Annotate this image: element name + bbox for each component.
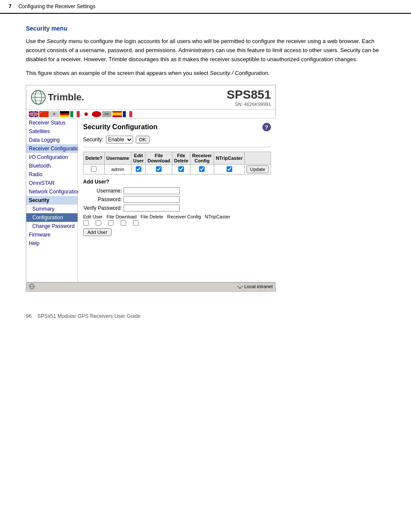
sidebar-item-security[interactable]: Security: [26, 196, 78, 205]
sidebar-item-io-configuration[interactable]: I/O Configuration: [26, 153, 78, 162]
main-panel: Security Configuration ? Security: Enabl…: [78, 118, 276, 282]
browser-statusbar: Local intranet: [26, 282, 275, 291]
app-layout: Receiver Status Satellites Data Logging …: [26, 118, 275, 282]
flag-germany-icon[interactable]: [60, 111, 69, 117]
receiver-config-checkbox[interactable]: [199, 166, 205, 172]
cell-receiver-config: [190, 165, 214, 174]
username-row: Username:: [83, 187, 271, 194]
main-content: Security menu Use the Security menu to c…: [0, 16, 411, 300]
sidebar-item-data-logging[interactable]: Data Logging: [26, 136, 78, 144]
product-model: SPS851: [227, 88, 271, 102]
sidebar-item-firmware[interactable]: Firmware: [26, 230, 78, 239]
sidebar-item-receiver-configuration[interactable]: Receiver Configuration: [26, 144, 78, 153]
security-label: Security:: [83, 137, 103, 143]
statusbar-right: Local intranet: [237, 284, 273, 290]
verify-password-input[interactable]: [124, 205, 180, 212]
sidebar-item-change-password[interactable]: Change Password: [26, 222, 78, 230]
product-sn: SN: 4626K99991: [227, 102, 271, 107]
flag-france-icon[interactable]: [123, 111, 132, 117]
add-user-button[interactable]: Add User: [83, 228, 112, 236]
flag-minus-icon[interactable]: —: [102, 111, 112, 117]
network-icon: [237, 284, 243, 290]
flag-circle-icon[interactable]: [92, 111, 101, 117]
trimble-globe-icon: [31, 90, 46, 105]
password-input[interactable]: [124, 196, 180, 203]
flag-spain-icon[interactable]: [112, 111, 122, 117]
verify-password-row: Verify Password:: [83, 205, 271, 212]
update-button[interactable]: Update: [246, 165, 268, 173]
chapter-title: Configuring the Receiver Settings: [19, 3, 96, 9]
chapter-number: 7: [9, 3, 12, 9]
flag-italy-icon[interactable]: [70, 111, 80, 117]
password-label: Password:: [83, 196, 122, 202]
security-ok-button[interactable]: OK: [136, 136, 149, 143]
username-label: Username:: [83, 188, 122, 194]
statusbar-left: [29, 283, 35, 290]
help-icon[interactable]: ?: [262, 123, 271, 131]
flag-china-icon[interactable]: [39, 111, 49, 117]
page-header: 7 Configuring the Receiver Settings: [0, 0, 411, 13]
flag-plus-icon[interactable]: +: [50, 111, 59, 117]
body-paragraph-1: Use the Security menu to configure the l…: [26, 37, 385, 64]
sidebar-item-bluetooth[interactable]: Bluetooth: [26, 162, 78, 170]
cell-edit-user: [131, 165, 145, 174]
new-edit-user-checkbox[interactable]: [83, 220, 89, 226]
edit-user-checkbox[interactable]: [136, 166, 141, 172]
perms-checkboxes: [83, 220, 271, 226]
section-title: Security menu: [26, 25, 385, 32]
sidebar-item-help[interactable]: Help: [26, 239, 78, 248]
security-enable-row: Security: Enable Disable OK: [83, 136, 271, 147]
trimble-logo: Trimble.: [31, 90, 84, 105]
sidebar-item-summary[interactable]: Summary: [26, 205, 78, 213]
col-file-delete: FileDelete: [172, 152, 190, 165]
ntripcaster-checkbox[interactable]: [227, 166, 232, 172]
svg-rect-13: [29, 114, 38, 115]
add-user-section: Add User? Username: Password: Verify Pas…: [83, 179, 271, 236]
nav-flags-bar: + —: [26, 110, 275, 118]
cell-file-download: [146, 165, 172, 174]
flag-uk-icon[interactable]: [29, 111, 38, 117]
verify-password-label: Verify Password:: [83, 205, 122, 211]
new-ntripcaster-checkbox[interactable]: [133, 220, 139, 226]
panel-title-row: Security Configuration ?: [83, 123, 271, 131]
cell-file-delete: [172, 165, 190, 174]
sidebar-item-omnistar[interactable]: OmniSTAR: [26, 179, 78, 187]
new-receiver-config-checkbox[interactable]: [121, 220, 126, 226]
sidebar-item-configuration[interactable]: Configuration: [26, 213, 78, 222]
sidebar: Receiver Status Satellites Data Logging …: [26, 118, 78, 282]
statusbar-text: Local intranet: [244, 284, 273, 289]
perms-header: Edit User File Download File Delete Rece…: [83, 214, 271, 219]
col-action: [245, 152, 271, 165]
table-row: admin Update: [84, 165, 271, 174]
username-input[interactable]: [124, 187, 180, 194]
sidebar-item-radio[interactable]: Radio: [26, 170, 78, 179]
cell-delete: [84, 165, 105, 174]
add-user-title: Add User?: [83, 179, 271, 185]
footer-page-num: 96: [26, 313, 31, 319]
logo-text: Trimble.: [48, 92, 84, 103]
page-footer: 96 SPSx51 Modular GPS Receivers User Gui…: [0, 300, 411, 328]
svg-rect-14: [39, 111, 49, 117]
delete-checkbox[interactable]: [91, 166, 97, 172]
col-file-download: FileDownload: [146, 152, 172, 165]
file-delete-checkbox[interactable]: [178, 166, 184, 172]
col-receiver-config: ReceiverConfig: [190, 152, 214, 165]
password-row: Password:: [83, 196, 271, 203]
cell-ntripcaster: [214, 165, 244, 174]
panel-title-text: Security Configuration: [83, 123, 157, 131]
col-username: Username: [104, 152, 131, 165]
flag-japan-icon[interactable]: [81, 111, 91, 117]
cell-update: Update: [245, 165, 271, 174]
col-ntripcaster: NTripCaster: [214, 152, 244, 165]
new-file-delete-checkbox[interactable]: [108, 220, 114, 226]
browser-screenshot: Trimble. SPS851 SN: 4626K99991: [26, 85, 276, 292]
body-paragraph-2: This figure shows an example of the scre…: [26, 69, 385, 78]
security-select[interactable]: Enable Disable: [106, 136, 133, 143]
cell-username: admin: [104, 165, 131, 174]
new-file-download-checkbox[interactable]: [96, 220, 101, 226]
sidebar-item-network-configuration[interactable]: Network Configuration: [26, 187, 78, 196]
sidebar-item-satellites[interactable]: Satellites: [26, 127, 78, 136]
user-table: Delete? Username EditUser FileDownload F…: [83, 152, 271, 174]
file-download-checkbox[interactable]: [156, 166, 162, 172]
sidebar-item-receiver-status[interactable]: Receiver Status: [26, 118, 78, 127]
